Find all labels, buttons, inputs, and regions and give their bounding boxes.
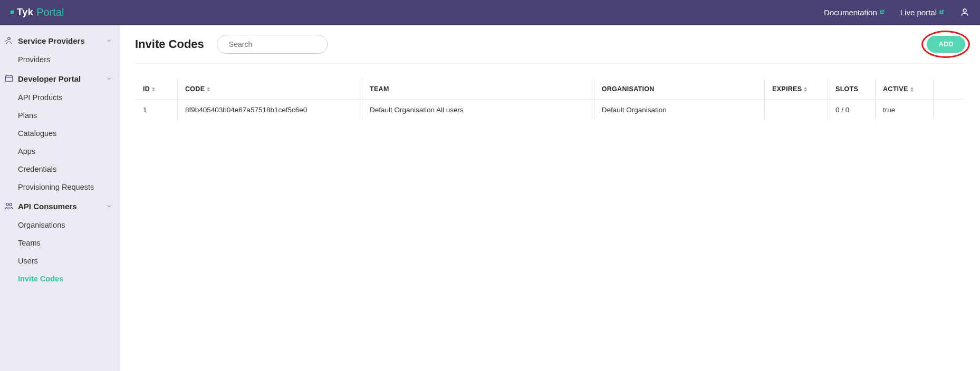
page-title: Invite Codes [135,37,204,51]
sidebar-item-teams[interactable]: Teams [0,234,120,252]
nav-section-label: Developer Portal [18,74,81,83]
cell-code: 8f9b405403b04e67a57518b1cef5c6e0 [178,100,362,121]
sidebar-item-invite-codes[interactable]: Invite Codes [0,270,120,288]
cell-organisation: Default Organisation [594,100,764,121]
external-link-icon [879,9,885,15]
cell-slots: 0 / 0 [828,100,876,121]
sidebar: Service Providers Providers Developer Po… [0,25,120,371]
svg-point-4 [9,203,12,206]
th-id[interactable]: ID [136,79,178,100]
th-actions [934,79,965,100]
sidebar-item-catalogues[interactable]: Catalogues [0,124,120,142]
search-input[interactable] [229,40,321,48]
brand: Tyk Portal [11,6,64,18]
cell-team: Default Organisation All users [362,100,594,121]
nav-section-label: Service Providers [18,36,85,45]
sidebar-item-users[interactable]: Users [0,252,120,270]
sidebar-item-apps[interactable]: Apps [0,142,120,160]
sort-icon [910,87,914,92]
nav-section-developer-portal[interactable]: Developer Portal [0,69,120,89]
svg-point-1 [8,37,11,40]
th-slots[interactable]: SLOTS [828,79,876,100]
sort-icon [804,87,807,92]
sidebar-item-api-products[interactable]: API Products [0,89,120,106]
invite-codes-table: ID CODE TEAM ORGANISATION EXPIRES SLOTS … [135,79,965,121]
chevron-down-icon [106,203,112,209]
nav-section-label: API Consumers [18,202,77,211]
th-code[interactable]: CODE [178,79,362,100]
documentation-link[interactable]: Documentation [824,8,885,17]
portal-icon [4,74,14,83]
consumers-icon [4,201,14,211]
live-portal-link[interactable]: Live portal [900,8,944,17]
chevron-down-icon [106,37,112,44]
svg-point-0 [963,9,966,12]
provider-icon [4,36,14,45]
cell-id: 1 [136,100,178,121]
page-header: Invite Codes ADD [135,35,965,64]
sort-icon [207,87,210,92]
main-content: Invite Codes ADD ID CODE TEAM ORGANISATI… [120,25,980,371]
topbar: Tyk Portal Documentation Live portal [0,0,980,25]
top-links: Documentation Live portal [824,7,969,17]
table-row[interactable]: 1 8f9b405403b04e67a57518b1cef5c6e0 Defau… [136,100,965,121]
brand-dot [11,11,14,14]
th-organisation[interactable]: ORGANISATION [594,79,764,100]
sidebar-item-plans[interactable]: Plans [0,106,120,124]
chevron-down-icon [106,75,112,82]
external-link-icon [939,9,944,15]
svg-point-3 [6,203,9,206]
sidebar-item-organisations[interactable]: Organisations [0,216,120,234]
live-portal-label: Live portal [900,8,937,17]
user-menu[interactable] [960,7,969,17]
documentation-label: Documentation [824,8,877,17]
nav-section-service-providers[interactable]: Service Providers [0,31,120,51]
search-box[interactable] [217,35,328,54]
cell-expires [765,100,828,121]
sidebar-item-provisioning-requests[interactable]: Provisioning Requests [0,178,120,196]
add-button[interactable]: ADD [927,36,965,53]
sidebar-item-credentials[interactable]: Credentials [0,160,120,178]
brand-sub: Portal [36,6,64,18]
sidebar-item-providers[interactable]: Providers [0,51,120,69]
brand-name: Tyk [17,7,33,18]
th-team[interactable]: TEAM [362,79,594,100]
user-icon [960,7,969,17]
table-header-row: ID CODE TEAM ORGANISATION EXPIRES SLOTS … [136,79,965,100]
sort-icon [152,87,155,92]
svg-rect-2 [5,76,13,82]
cell-actions [934,100,965,121]
nav-section-api-consumers[interactable]: API Consumers [0,196,120,216]
th-expires[interactable]: EXPIRES [765,79,828,100]
th-active[interactable]: ACTIVE [876,79,934,100]
cell-active: true [876,100,934,121]
